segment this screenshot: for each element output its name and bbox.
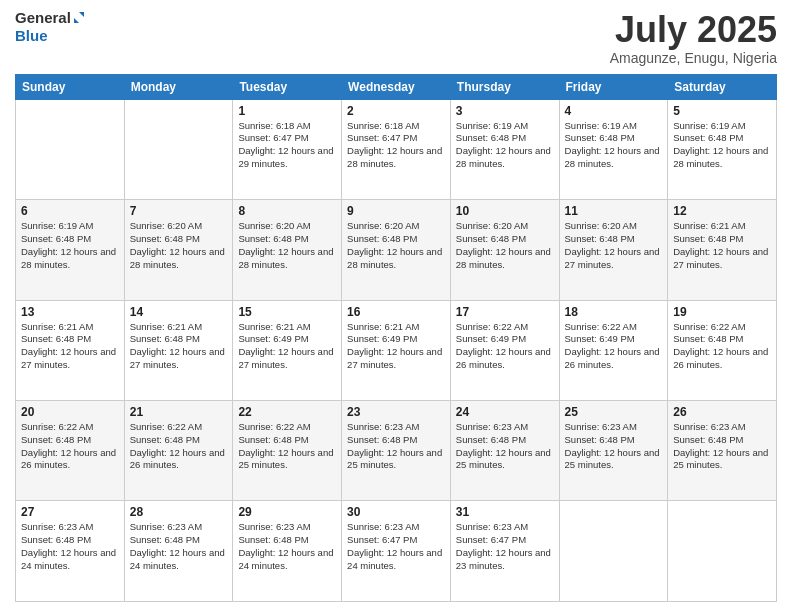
header: General Blue July 2025 Amagunze, Enugu, …: [15, 10, 777, 66]
calendar-cell: 3Sunrise: 6:19 AM Sunset: 6:48 PM Daylig…: [450, 99, 559, 199]
day-info: Sunrise: 6:23 AM Sunset: 6:48 PM Dayligh…: [238, 521, 336, 572]
day-info: Sunrise: 6:22 AM Sunset: 6:48 PM Dayligh…: [21, 421, 119, 472]
calendar-cell: 2Sunrise: 6:18 AM Sunset: 6:47 PM Daylig…: [342, 99, 451, 199]
day-number: 30: [347, 505, 445, 519]
day-info: Sunrise: 6:22 AM Sunset: 6:48 PM Dayligh…: [238, 421, 336, 472]
calendar-cell: 15Sunrise: 6:21 AM Sunset: 6:49 PM Dayli…: [233, 300, 342, 400]
calendar-cell: 11Sunrise: 6:20 AM Sunset: 6:48 PM Dayli…: [559, 200, 668, 300]
calendar-cell: 7Sunrise: 6:20 AM Sunset: 6:48 PM Daylig…: [124, 200, 233, 300]
calendar-week-2: 13Sunrise: 6:21 AM Sunset: 6:48 PM Dayli…: [16, 300, 777, 400]
col-sunday: Sunday: [16, 74, 125, 99]
calendar-cell: [16, 99, 125, 199]
day-info: Sunrise: 6:23 AM Sunset: 6:47 PM Dayligh…: [456, 521, 554, 572]
calendar-cell: 18Sunrise: 6:22 AM Sunset: 6:49 PM Dayli…: [559, 300, 668, 400]
calendar-cell: 17Sunrise: 6:22 AM Sunset: 6:49 PM Dayli…: [450, 300, 559, 400]
day-info: Sunrise: 6:18 AM Sunset: 6:47 PM Dayligh…: [347, 120, 445, 171]
day-info: Sunrise: 6:23 AM Sunset: 6:48 PM Dayligh…: [673, 421, 771, 472]
calendar-header-row: Sunday Monday Tuesday Wednesday Thursday…: [16, 74, 777, 99]
day-number: 11: [565, 204, 663, 218]
day-info: Sunrise: 6:20 AM Sunset: 6:48 PM Dayligh…: [347, 220, 445, 271]
calendar-cell: 16Sunrise: 6:21 AM Sunset: 6:49 PM Dayli…: [342, 300, 451, 400]
day-info: Sunrise: 6:23 AM Sunset: 6:48 PM Dayligh…: [456, 421, 554, 472]
day-info: Sunrise: 6:20 AM Sunset: 6:48 PM Dayligh…: [456, 220, 554, 271]
day-info: Sunrise: 6:22 AM Sunset: 6:49 PM Dayligh…: [456, 321, 554, 372]
day-number: 4: [565, 104, 663, 118]
col-saturday: Saturday: [668, 74, 777, 99]
logo: General Blue: [15, 10, 84, 44]
calendar-cell: 14Sunrise: 6:21 AM Sunset: 6:48 PM Dayli…: [124, 300, 233, 400]
calendar-cell: 29Sunrise: 6:23 AM Sunset: 6:48 PM Dayli…: [233, 501, 342, 602]
calendar-cell: 6Sunrise: 6:19 AM Sunset: 6:48 PM Daylig…: [16, 200, 125, 300]
calendar-cell: 19Sunrise: 6:22 AM Sunset: 6:48 PM Dayli…: [668, 300, 777, 400]
calendar-cell: [668, 501, 777, 602]
calendar-cell: 24Sunrise: 6:23 AM Sunset: 6:48 PM Dayli…: [450, 401, 559, 501]
calendar-week-3: 20Sunrise: 6:22 AM Sunset: 6:48 PM Dayli…: [16, 401, 777, 501]
col-monday: Monday: [124, 74, 233, 99]
day-info: Sunrise: 6:23 AM Sunset: 6:47 PM Dayligh…: [347, 521, 445, 572]
day-number: 3: [456, 104, 554, 118]
day-number: 6: [21, 204, 119, 218]
calendar-cell: 10Sunrise: 6:20 AM Sunset: 6:48 PM Dayli…: [450, 200, 559, 300]
day-number: 25: [565, 405, 663, 419]
day-number: 23: [347, 405, 445, 419]
day-number: 26: [673, 405, 771, 419]
calendar-cell: [559, 501, 668, 602]
day-info: Sunrise: 6:23 AM Sunset: 6:48 PM Dayligh…: [565, 421, 663, 472]
calendar-week-0: 1Sunrise: 6:18 AM Sunset: 6:47 PM Daylig…: [16, 99, 777, 199]
day-number: 13: [21, 305, 119, 319]
day-info: Sunrise: 6:19 AM Sunset: 6:48 PM Dayligh…: [565, 120, 663, 171]
day-number: 22: [238, 405, 336, 419]
calendar-cell: 30Sunrise: 6:23 AM Sunset: 6:47 PM Dayli…: [342, 501, 451, 602]
calendar-cell: 9Sunrise: 6:20 AM Sunset: 6:48 PM Daylig…: [342, 200, 451, 300]
day-info: Sunrise: 6:18 AM Sunset: 6:47 PM Dayligh…: [238, 120, 336, 171]
day-number: 28: [130, 505, 228, 519]
day-number: 16: [347, 305, 445, 319]
calendar-cell: 8Sunrise: 6:20 AM Sunset: 6:48 PM Daylig…: [233, 200, 342, 300]
calendar-cell: 21Sunrise: 6:22 AM Sunset: 6:48 PM Dayli…: [124, 401, 233, 501]
calendar-cell: 31Sunrise: 6:23 AM Sunset: 6:47 PM Dayli…: [450, 501, 559, 602]
day-info: Sunrise: 6:21 AM Sunset: 6:48 PM Dayligh…: [130, 321, 228, 372]
calendar-cell: 1Sunrise: 6:18 AM Sunset: 6:47 PM Daylig…: [233, 99, 342, 199]
day-info: Sunrise: 6:22 AM Sunset: 6:48 PM Dayligh…: [673, 321, 771, 372]
calendar-cell: 5Sunrise: 6:19 AM Sunset: 6:48 PM Daylig…: [668, 99, 777, 199]
day-number: 24: [456, 405, 554, 419]
title-location: Amagunze, Enugu, Nigeria: [610, 50, 777, 66]
calendar-cell: 12Sunrise: 6:21 AM Sunset: 6:48 PM Dayli…: [668, 200, 777, 300]
day-number: 1: [238, 104, 336, 118]
title-month: July 2025: [610, 10, 777, 50]
day-info: Sunrise: 6:23 AM Sunset: 6:48 PM Dayligh…: [21, 521, 119, 572]
title-block: July 2025 Amagunze, Enugu, Nigeria: [610, 10, 777, 66]
day-number: 21: [130, 405, 228, 419]
day-info: Sunrise: 6:21 AM Sunset: 6:48 PM Dayligh…: [673, 220, 771, 271]
day-info: Sunrise: 6:22 AM Sunset: 6:48 PM Dayligh…: [130, 421, 228, 472]
day-number: 31: [456, 505, 554, 519]
day-info: Sunrise: 6:20 AM Sunset: 6:48 PM Dayligh…: [238, 220, 336, 271]
day-number: 7: [130, 204, 228, 218]
day-number: 9: [347, 204, 445, 218]
day-info: Sunrise: 6:20 AM Sunset: 6:48 PM Dayligh…: [130, 220, 228, 271]
day-number: 2: [347, 104, 445, 118]
day-info: Sunrise: 6:21 AM Sunset: 6:49 PM Dayligh…: [238, 321, 336, 372]
day-number: 14: [130, 305, 228, 319]
col-wednesday: Wednesday: [342, 74, 451, 99]
calendar-cell: 4Sunrise: 6:19 AM Sunset: 6:48 PM Daylig…: [559, 99, 668, 199]
calendar-cell: [124, 99, 233, 199]
calendar-cell: 27Sunrise: 6:23 AM Sunset: 6:48 PM Dayli…: [16, 501, 125, 602]
day-info: Sunrise: 6:23 AM Sunset: 6:48 PM Dayligh…: [130, 521, 228, 572]
calendar-cell: 22Sunrise: 6:22 AM Sunset: 6:48 PM Dayli…: [233, 401, 342, 501]
day-number: 10: [456, 204, 554, 218]
day-info: Sunrise: 6:21 AM Sunset: 6:48 PM Dayligh…: [21, 321, 119, 372]
day-info: Sunrise: 6:23 AM Sunset: 6:48 PM Dayligh…: [347, 421, 445, 472]
calendar-week-1: 6Sunrise: 6:19 AM Sunset: 6:48 PM Daylig…: [16, 200, 777, 300]
calendar-table: Sunday Monday Tuesday Wednesday Thursday…: [15, 74, 777, 602]
day-number: 15: [238, 305, 336, 319]
day-number: 27: [21, 505, 119, 519]
day-info: Sunrise: 6:19 AM Sunset: 6:48 PM Dayligh…: [21, 220, 119, 271]
day-info: Sunrise: 6:19 AM Sunset: 6:48 PM Dayligh…: [456, 120, 554, 171]
calendar-cell: 26Sunrise: 6:23 AM Sunset: 6:48 PM Dayli…: [668, 401, 777, 501]
day-number: 17: [456, 305, 554, 319]
page: General Blue July 2025 Amagunze, Enugu, …: [0, 0, 792, 612]
day-number: 8: [238, 204, 336, 218]
logo-text-blue: Blue: [15, 27, 48, 44]
day-number: 18: [565, 305, 663, 319]
